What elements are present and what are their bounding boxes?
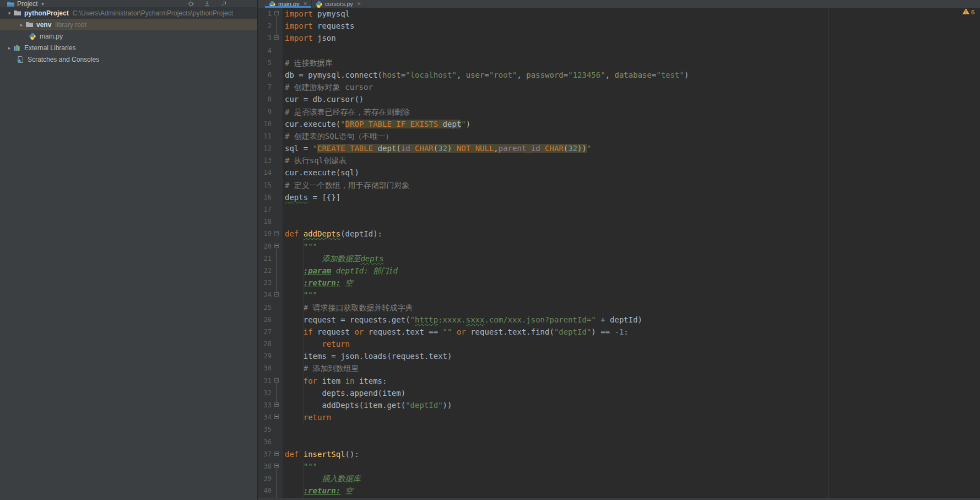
line-number[interactable]: 14 — [258, 166, 272, 179]
line-number[interactable]: 12 — [258, 142, 272, 154]
code-line[interactable]: 13# 执行sql创建表 — [258, 154, 980, 166]
line-number[interactable]: 28 — [258, 338, 272, 350]
fold-marker-start[interactable] — [274, 378, 279, 383]
fold-marker-end[interactable] — [274, 402, 279, 407]
line-number[interactable]: 16 — [258, 191, 272, 203]
code-line[interactable]: 36 — [258, 436, 980, 448]
line-number[interactable]: 7 — [258, 81, 272, 93]
gutter[interactable]: 11 — [258, 130, 283, 142]
code-line[interactable]: 3import json — [258, 32, 980, 44]
code-line[interactable]: 38 """ — [258, 460, 980, 472]
fold-marker-end[interactable] — [274, 415, 279, 419]
chevron-right-icon[interactable]: ▸ — [17, 22, 26, 28]
gutter[interactable]: 20 — [258, 240, 283, 252]
code-line[interactable]: 34 return — [258, 411, 980, 423]
fold-marker-start[interactable] — [274, 464, 279, 468]
line-number[interactable]: 20 — [258, 240, 272, 252]
code-line[interactable]: 20 """ — [258, 240, 980, 252]
code-line[interactable]: 27 if request or request.text == "" or r… — [258, 326, 980, 338]
fold-marker-end[interactable] — [274, 292, 279, 297]
collapse-all-icon[interactable] — [203, 1, 211, 7]
gutter[interactable]: 33 — [258, 399, 283, 411]
line-number[interactable]: 19 — [258, 228, 272, 240]
code-line[interactable]: 14cur.execute(sql) — [258, 166, 980, 179]
gutter[interactable]: 5 — [258, 57, 283, 69]
gutter[interactable]: 6 — [258, 69, 283, 81]
code-line[interactable]: 21 添加数据至depts — [258, 252, 980, 265]
gutter[interactable]: 39 — [258, 472, 283, 485]
chevron-right-icon[interactable]: ▸ — [5, 45, 14, 51]
line-number[interactable]: 33 — [258, 399, 272, 411]
fold-marker-start[interactable] — [274, 244, 279, 248]
code-line[interactable]: 37def insertSql(): — [258, 448, 980, 460]
gutter[interactable]: 34 — [258, 411, 283, 423]
line-number[interactable]: 18 — [258, 216, 272, 228]
code-line[interactable]: 39 插入数据库 — [258, 472, 980, 485]
line-number[interactable]: 31 — [258, 375, 272, 387]
code-line[interactable]: 29 items = json.loads(request.text) — [258, 350, 980, 362]
gutter[interactable]: 19 — [258, 228, 283, 240]
gutter[interactable]: 26 — [258, 314, 283, 326]
gutter[interactable]: 22 — [258, 265, 283, 277]
line-number[interactable]: 15 — [258, 179, 272, 191]
gutter[interactable]: 4 — [258, 45, 283, 57]
gutter[interactable]: 31 — [258, 375, 283, 387]
close-icon[interactable]: ✕ — [357, 1, 361, 7]
code-line[interactable]: 6db = pymysql.connect(host="localhost", … — [258, 69, 980, 81]
code-line[interactable]: 30 # 添加到数组里 — [258, 362, 980, 374]
line-number[interactable]: 26 — [258, 314, 272, 326]
code-line[interactable]: 31 for item in items: — [258, 375, 980, 387]
gutter[interactable]: 13 — [258, 154, 283, 166]
tree-item-main-py[interactable]: main.py — [0, 30, 257, 42]
code-line[interactable]: 11# 创建表的SQL语句（不唯一） — [258, 130, 980, 142]
code-line[interactable]: 28 return — [258, 338, 980, 350]
gutter[interactable]: 29 — [258, 350, 283, 362]
project-header-dropdown[interactable]: Project ▾ — [7, 0, 44, 8]
code-line[interactable]: 33 addDepts(item.get("deptId")) — [258, 399, 980, 411]
code-line[interactable]: 5# 连接数据库 — [258, 57, 980, 69]
gutter[interactable]: 37 — [258, 448, 283, 460]
gutter[interactable]: 8 — [258, 93, 283, 105]
code-line[interactable]: 15# 定义一个数组，用于存储部门对象 — [258, 179, 980, 191]
line-number[interactable]: 5 — [258, 57, 272, 69]
code-line[interactable]: 2import requests — [258, 20, 980, 32]
chevron-down-icon[interactable]: ▾ — [5, 10, 14, 16]
fold-marker-start[interactable] — [274, 231, 279, 235]
gutter[interactable]: 18 — [258, 216, 283, 228]
gutter[interactable]: 3 — [258, 32, 283, 44]
line-number[interactable]: 25 — [258, 302, 272, 314]
line-number[interactable]: 34 — [258, 411, 272, 423]
line-number[interactable]: 17 — [258, 203, 272, 216]
tree-item-external-libraries[interactable]: ▸External Libraries — [0, 42, 257, 53]
code-area[interactable]: 1import pymysql2import requests3import j… — [258, 8, 980, 500]
tree-item-venv[interactable]: ▸venvlibrary root — [0, 19, 257, 30]
line-number[interactable]: 3 — [258, 32, 272, 44]
line-number[interactable]: 11 — [258, 130, 272, 142]
locate-icon[interactable] — [187, 1, 194, 7]
gutter[interactable]: 28 — [258, 338, 283, 350]
code-line[interactable]: 8cur = db.cursor() — [258, 93, 980, 105]
code-line[interactable]: 25 # 请求接口获取数据并转成字典 — [258, 302, 980, 314]
line-number[interactable]: 4 — [258, 45, 272, 57]
line-number[interactable]: 24 — [258, 289, 272, 301]
code-line[interactable]: 9# 是否该表已经存在，若存在则删除 — [258, 106, 980, 118]
code-line[interactable]: 26 request = requests.get("htttp:xxxx.sx… — [258, 314, 980, 326]
gutter[interactable]: 7 — [258, 81, 283, 93]
close-icon[interactable]: ✕ — [304, 1, 308, 7]
line-number[interactable]: 29 — [258, 350, 272, 362]
gutter[interactable]: 12 — [258, 142, 283, 154]
gutter[interactable]: 14 — [258, 166, 283, 179]
line-number[interactable]: 30 — [258, 362, 272, 374]
gutter[interactable]: 21 — [258, 252, 283, 265]
code-line[interactable]: 16depts = [{}] — [258, 191, 980, 203]
gutter[interactable]: 2 — [258, 20, 283, 32]
gutter[interactable]: 1 — [258, 8, 283, 20]
code-line[interactable]: 35 — [258, 423, 980, 436]
line-number[interactable]: 6 — [258, 69, 272, 81]
gutter[interactable]: 32 — [258, 387, 283, 399]
line-number[interactable]: 8 — [258, 93, 272, 105]
line-number[interactable]: 1 — [258, 8, 272, 20]
gutter[interactable]: 36 — [258, 436, 283, 448]
tree-item-scratches-and-consoles[interactable]: Scratches and Consoles — [0, 53, 257, 65]
code-line[interactable]: 1import pymysql — [258, 8, 980, 20]
